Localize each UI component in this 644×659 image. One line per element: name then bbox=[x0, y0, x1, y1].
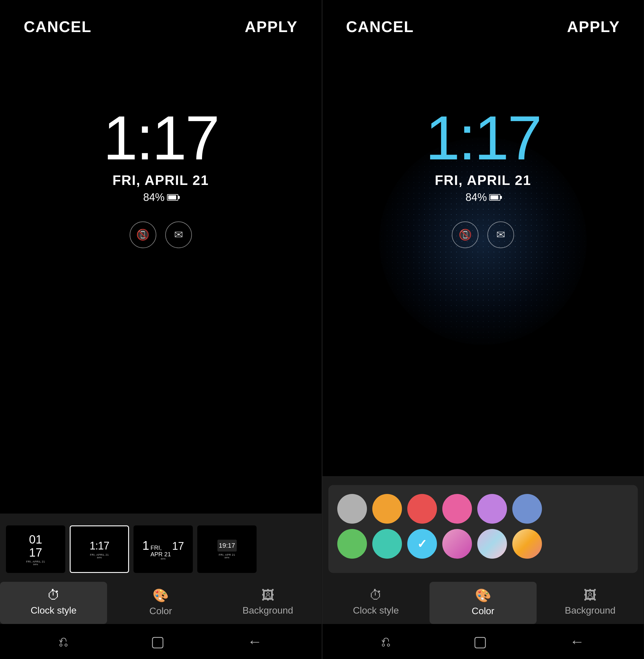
thumb-digital-block[interactable]: 0117 FRI, APRIL 21 84% bbox=[6, 525, 65, 573]
color-gray[interactable] bbox=[337, 494, 367, 524]
color-grad-warm[interactable] bbox=[512, 529, 542, 559]
clock-date-2: FRI, APRIL 21 bbox=[435, 172, 531, 188]
color-icon-1: 🎨 bbox=[153, 588, 169, 603]
recent-apps-btn-2[interactable]: ⎌ bbox=[382, 633, 390, 650]
color-grad-pastel[interactable] bbox=[477, 529, 507, 559]
tab-background-label-2: Background bbox=[565, 605, 616, 616]
apply-button-1[interactable]: APPLY bbox=[245, 18, 298, 36]
message-icon: ✉ bbox=[165, 221, 192, 248]
thumb1-battery: 84% bbox=[33, 563, 38, 566]
color-red[interactable] bbox=[407, 494, 437, 524]
tab-color-label-1: Color bbox=[150, 606, 172, 617]
notification-icons-1: 📵 ✉ bbox=[130, 221, 192, 248]
cancel-button-2[interactable]: CANCEL bbox=[346, 18, 414, 36]
battery-icon-1 bbox=[167, 194, 178, 201]
color-row-2 bbox=[337, 529, 629, 559]
tab-color-label-2: Color bbox=[472, 606, 494, 617]
color-green[interactable] bbox=[337, 529, 367, 559]
color-blue[interactable] bbox=[512, 494, 542, 524]
recent-apps-btn-1[interactable]: ⎌ bbox=[59, 633, 68, 650]
color-orange[interactable] bbox=[372, 494, 402, 524]
back-btn-1[interactable]: ← bbox=[247, 633, 262, 650]
panel2-header: CANCEL APPLY bbox=[322, 0, 644, 47]
thumb4-battery: 84% bbox=[225, 556, 229, 559]
thumb4-box: 19:17 bbox=[217, 540, 237, 552]
lockscreen-preview-1: 1:17 FRI, APRIL 21 84% 📵 ✉ bbox=[0, 47, 322, 513]
missed-call-icon: 📵 bbox=[130, 221, 156, 248]
thumb2-battery: 84% bbox=[97, 556, 102, 559]
phone-panel-2: CANCEL APPLY 1:17 FRI, APRIL 21 84% 📵 ✉ bbox=[322, 0, 644, 659]
thumb-standard[interactable]: 1:17 FRI, APRIL 21 84% bbox=[70, 525, 129, 573]
battery-text-2: 84% bbox=[465, 191, 487, 204]
clock-style-icon-1: ⏱ bbox=[47, 588, 60, 602]
nav-tabs-2: ⏱ Clock style 🎨 Color 🖼 Background bbox=[322, 579, 644, 624]
panel1-header: CANCEL APPLY bbox=[0, 0, 322, 47]
home-btn-2[interactable]: ▢ bbox=[473, 633, 487, 650]
tab-background-1[interactable]: 🖼 Background bbox=[214, 582, 321, 624]
color-icon-2: 🎨 bbox=[475, 588, 491, 603]
phone-panel-1: CANCEL APPLY 1:17 FRI, APRIL 21 84% 📵 ✉ … bbox=[0, 0, 322, 659]
notification-icons-2: 📵 ✉ bbox=[452, 221, 514, 248]
thumb4-date: FRI, APR 21 bbox=[218, 553, 235, 556]
nav-tabs-1: ⏱ Clock style 🎨 Color 🖼 Background bbox=[0, 579, 322, 624]
battery-row-1: 84% bbox=[143, 191, 178, 204]
tab-clock-style-2[interactable]: ⏱ Clock style bbox=[322, 582, 430, 624]
clock-style-icon-2: ⏱ bbox=[369, 588, 382, 602]
tab-clock-style-label-2: Clock style bbox=[353, 605, 399, 616]
thumb-box[interactable]: 19:17 FRI, APR 21 84% bbox=[197, 525, 257, 573]
clock-date-1: FRI, APRIL 21 bbox=[112, 172, 209, 188]
lockscreen-preview-2: 1:17 FRI, APRIL 21 84% 📵 ✉ bbox=[322, 47, 644, 476]
battery-text-1: 84% bbox=[143, 191, 165, 204]
bottom-toolbar-1: 0117 FRI, APRIL 21 84% 1:17 FRI, APRIL 2… bbox=[0, 513, 322, 659]
background-icon-1: 🖼 bbox=[261, 588, 274, 602]
missed-call-icon-2: 📵 bbox=[452, 221, 479, 248]
cancel-button-1[interactable]: CANCEL bbox=[24, 18, 92, 36]
bottom-nav-1: ⎌ ▢ ← bbox=[0, 624, 322, 659]
color-purple[interactable] bbox=[477, 494, 507, 524]
tab-clock-style-1[interactable]: ⏱ Clock style bbox=[0, 582, 107, 624]
tab-background-label-1: Background bbox=[243, 605, 293, 616]
bottom-toolbar-2: ⏱ Clock style 🎨 Color 🖼 Background ⎌ ▢ ← bbox=[322, 476, 644, 659]
clock-time-2: 1:17 bbox=[426, 107, 541, 169]
home-btn-1[interactable]: ▢ bbox=[151, 633, 165, 650]
thumb-minimal[interactable]: 1 FRI,APR 21 17 84% bbox=[134, 525, 193, 573]
battery-row-2: 84% bbox=[465, 191, 501, 204]
apply-button-2[interactable]: APPLY bbox=[567, 18, 620, 36]
color-row-1 bbox=[337, 494, 629, 524]
bottom-nav-2: ⎌ ▢ ← bbox=[322, 624, 644, 659]
thumb1-time: 0117 bbox=[29, 533, 42, 559]
color-cyan-blue[interactable] bbox=[407, 529, 437, 559]
color-cyan[interactable] bbox=[372, 529, 402, 559]
tab-clock-style-label-1: Clock style bbox=[30, 605, 76, 616]
tab-background-2[interactable]: 🖼 Background bbox=[537, 582, 644, 624]
message-icon-2: ✉ bbox=[487, 221, 514, 248]
color-pink[interactable] bbox=[442, 494, 472, 524]
background-icon-2: 🖼 bbox=[583, 588, 597, 602]
color-picker bbox=[328, 485, 638, 573]
clock-style-thumbnails[interactable]: 0117 FRI, APRIL 21 84% 1:17 FRI, APRIL 2… bbox=[0, 520, 322, 579]
battery-icon-2 bbox=[489, 194, 501, 201]
color-grad-pink[interactable] bbox=[442, 529, 472, 559]
back-btn-2[interactable]: ← bbox=[570, 633, 585, 650]
thumb2-date: FRI, APRIL 21 bbox=[90, 553, 109, 556]
tab-color-1[interactable]: 🎨 Color bbox=[107, 582, 214, 624]
thumb2-time: 1:17 bbox=[90, 540, 109, 552]
thumb1-date: FRI, APRIL 21 bbox=[26, 560, 45, 563]
tab-color-2[interactable]: 🎨 Color bbox=[430, 582, 537, 624]
thumb3-battery: 84% bbox=[161, 557, 165, 560]
clock-time-1: 1:17 bbox=[103, 107, 218, 169]
